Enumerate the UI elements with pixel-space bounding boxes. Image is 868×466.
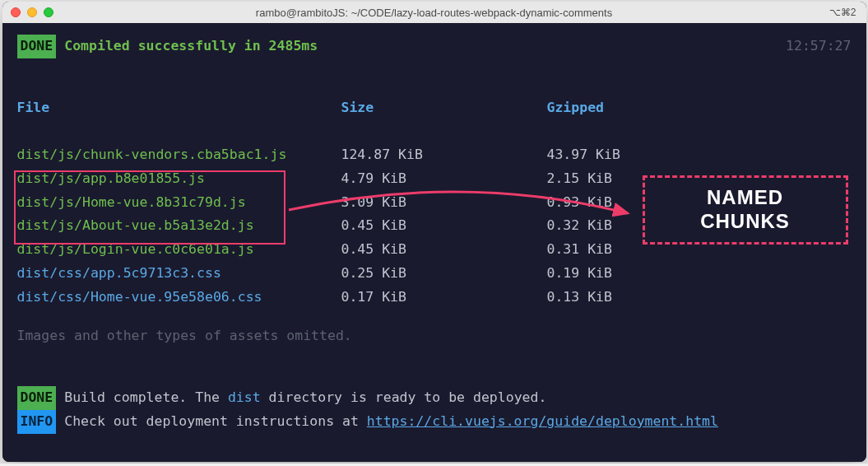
file-size: 4.79 KiB [341, 167, 547, 191]
file-size: 0.25 KiB [341, 262, 547, 286]
table-row: dist/js/app.b8e01855.js4.79 KiB2.15 KiB [17, 167, 852, 191]
table-row: dist/css/Home-vue.95e58e06.css0.17 KiB0.… [17, 286, 852, 310]
file-size: 0.17 KiB [341, 286, 547, 310]
build-complete-text: Build complete. The dist directory is re… [64, 386, 546, 410]
header-gzipped: Gzipped [547, 96, 605, 120]
file-gzipped: 0.31 KiB [547, 238, 612, 262]
assets-omitted-note: Images and other types of assets omitted… [17, 324, 852, 348]
deployment-text: Check out deployment instructions at htt… [64, 410, 718, 434]
titlebar-indicator: ⌥⌘2 [829, 7, 856, 18]
file-gzipped: 43.97 KiB [547, 143, 620, 167]
minimize-icon[interactable] [27, 7, 37, 17]
file-gzipped: 0.13 KiB [547, 286, 612, 310]
timestamp: 12:57:27 [786, 35, 851, 58]
file-path: dist/js/About-vue.b5a13e2d.js [17, 214, 341, 238]
file-size: 0.45 KiB [341, 238, 547, 262]
header-file: File [17, 96, 341, 120]
file-size: 3.09 KiB [341, 191, 547, 215]
header-size: Size [341, 96, 547, 120]
file-gzipped: 0.32 KiB [547, 214, 612, 238]
file-gzipped: 0.19 KiB [547, 262, 612, 286]
info-badge: INFO [17, 410, 57, 434]
build-complete-line: DONE Build complete. The dist directory … [17, 386, 852, 410]
file-size: 124.87 KiB [341, 143, 547, 167]
table-row: dist/js/chunk-vendors.cba5bac1.js124.87 … [17, 143, 852, 167]
table-row: dist/css/app.5c9713c3.css0.25 KiB0.19 Ki… [17, 262, 852, 286]
window-title: rambo@rambitoJS: ~/CODE/lazy-load-routes… [256, 7, 612, 19]
titlebar: rambo@rambitoJS: ~/CODE/lazy-load-routes… [2, 2, 866, 23]
maximize-icon[interactable] [44, 7, 53, 17]
file-path: dist/css/Home-vue.95e58e06.css [17, 286, 341, 310]
terminal-body[interactable]: DONE Compiled successfully in 2485ms 12:… [2, 23, 866, 462]
table-row: dist/js/About-vue.b5a13e2d.js0.45 KiB0.3… [17, 214, 852, 238]
file-path: dist/css/app.5c9713c3.css [17, 262, 341, 286]
file-path: dist/js/Home-vue.8b31c79d.js [17, 191, 341, 215]
file-gzipped: 0.93 KiB [547, 191, 612, 215]
status-line: DONE Compiled successfully in 2485ms 12:… [17, 35, 852, 58]
dist-folder: dist [228, 389, 261, 405]
compile-message: Compiled successfully in 2485ms [64, 35, 318, 58]
file-path: dist/js/Login-vue.c0c6e01a.js [17, 238, 341, 262]
file-gzipped: 2.15 KiB [547, 167, 612, 191]
file-path: dist/js/chunk-vendors.cba5bac1.js [17, 143, 341, 167]
deployment-info-line: INFO Check out deployment instructions a… [17, 410, 852, 434]
done-badge: DONE [17, 35, 57, 58]
deployment-link[interactable]: https://cli.vuejs.org/guide/deployment.h… [367, 413, 718, 429]
file-path: dist/js/app.b8e01855.js [17, 167, 341, 191]
table-header: File Size Gzipped [17, 96, 852, 120]
terminal-window: rambo@rambitoJS: ~/CODE/lazy-load-routes… [2, 2, 866, 462]
traffic-lights [11, 7, 53, 17]
file-size: 0.45 KiB [341, 214, 547, 238]
table-row: dist/js/Login-vue.c0c6e01a.js0.45 KiB0.3… [17, 238, 852, 262]
close-icon[interactable] [11, 7, 21, 17]
done-badge: DONE [17, 386, 57, 410]
table-row: dist/js/Home-vue.8b31c79d.js3.09 KiB0.93… [17, 191, 852, 215]
